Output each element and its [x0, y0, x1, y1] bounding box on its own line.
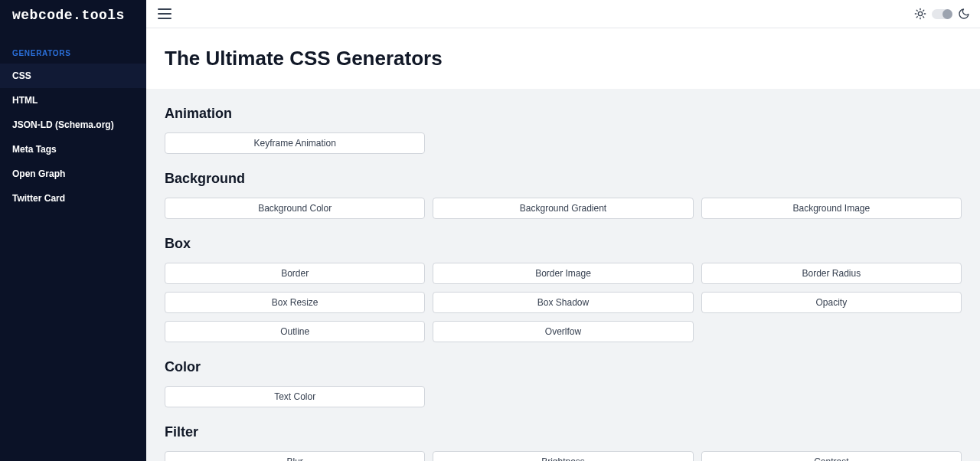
card-opacity[interactable]: Opacity [701, 292, 962, 313]
section-animation: Animation Keyframe Animation [146, 89, 980, 154]
grid-background: Background Color Background Gradient Bac… [165, 198, 962, 219]
card-background-gradient[interactable]: Background Gradient [433, 198, 693, 219]
menu-toggle-button[interactable] [155, 5, 174, 23]
sidebar-item-meta-tags[interactable]: Meta Tags [0, 137, 146, 162]
sidebar-item-html[interactable]: HTML [0, 88, 146, 113]
topbar [146, 0, 980, 28]
main: The Ultimate CSS Generators Animation Ke… [146, 0, 980, 461]
toggle-knob [942, 9, 952, 19]
section-title-filter: Filter [165, 424, 962, 440]
sidebar: webcode.tools GENERATORS CSS HTML JSON-L… [0, 0, 146, 461]
card-background-image[interactable]: Background Image [701, 198, 962, 219]
sidebar-item-open-graph[interactable]: Open Graph [0, 162, 146, 186]
grid-animation: Keyframe Animation [165, 132, 962, 154]
section-filter: Filter Blur Brightness Contrast [146, 407, 980, 461]
card-blur[interactable]: Blur [165, 451, 425, 461]
sun-icon [913, 7, 927, 21]
card-contrast[interactable]: Contrast [701, 451, 962, 461]
card-keyframe-animation[interactable]: Keyframe Animation [165, 132, 425, 154]
section-box: Box Border Border Image Border Radius Bo… [146, 219, 980, 342]
card-box-resize[interactable]: Box Resize [165, 292, 425, 313]
section-title-animation: Animation [165, 106, 962, 122]
svg-point-3 [918, 11, 922, 15]
card-box-shadow[interactable]: Box Shadow [433, 292, 693, 313]
hamburger-icon [158, 8, 172, 19]
section-background: Background Background Color Background G… [146, 154, 980, 219]
sidebar-item-css[interactable]: CSS [0, 64, 146, 88]
sidebar-item-twitter-card[interactable]: Twitter Card [0, 186, 146, 211]
card-border[interactable]: Border [165, 263, 425, 284]
page-title: The Ultimate CSS Generators [165, 47, 962, 70]
card-overflow[interactable]: Overlfow [433, 321, 693, 342]
card-outline[interactable]: Outline [165, 321, 425, 342]
theme-toggle[interactable] [932, 9, 952, 19]
moon-icon [957, 7, 971, 21]
content: The Ultimate CSS Generators Animation Ke… [146, 28, 980, 461]
svg-line-11 [923, 10, 924, 11]
grid-color: Text Color [165, 386, 962, 407]
section-title-background: Background [165, 171, 962, 187]
sidebar-section-label: GENERATORS [0, 35, 146, 64]
section-color: Color Text Color [146, 342, 980, 407]
card-border-image[interactable]: Border Image [433, 263, 693, 284]
section-title-color: Color [165, 359, 962, 375]
sidebar-item-jsonld[interactable]: JSON-LD (Schema.org) [0, 113, 146, 137]
svg-line-7 [923, 17, 924, 18]
grid-filter: Blur Brightness Contrast [165, 451, 962, 461]
card-background-color[interactable]: Background Color [165, 198, 425, 219]
svg-line-10 [916, 17, 917, 18]
logo[interactable]: webcode.tools [0, 0, 146, 35]
svg-line-6 [916, 10, 917, 11]
card-text-color[interactable]: Text Color [165, 386, 425, 407]
card-brightness[interactable]: Brightness [433, 451, 693, 461]
theme-controls [913, 7, 971, 21]
page-title-wrap: The Ultimate CSS Generators [146, 28, 980, 89]
card-border-radius[interactable]: Border Radius [701, 263, 962, 284]
section-title-box: Box [165, 236, 962, 252]
grid-box: Border Border Image Border Radius Box Re… [165, 263, 962, 342]
